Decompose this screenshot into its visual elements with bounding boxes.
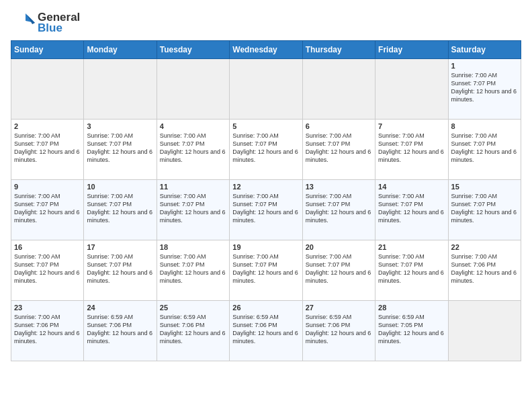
calendar-cell <box>11 59 84 120</box>
day-info: Sunrise: 6:59 AMSunset: 7:06 PMDaylight:… <box>87 313 153 346</box>
day-info: Sunrise: 7:00 AMSunset: 7:07 PMDaylight:… <box>160 253 226 285</box>
day-number: 10 <box>87 183 153 191</box>
calendar-cell: 15Sunrise: 7:00 AMSunset: 7:07 PMDayligh… <box>448 180 521 240</box>
weekday-header-tuesday: Tuesday <box>157 41 229 59</box>
logo: General Blue <box>11 11 80 35</box>
day-number: 1 <box>451 62 518 70</box>
day-info: Sunrise: 7:00 AMSunset: 7:07 PMDaylight:… <box>378 132 445 165</box>
weekday-header-monday: Monday <box>84 41 157 59</box>
calendar-cell: 2Sunrise: 7:00 AMSunset: 7:07 PMDaylight… <box>11 120 84 180</box>
calendar-table: SundayMondayTuesdayWednesdayThursdayFrid… <box>11 40 521 361</box>
day-info: Sunrise: 7:00 AMSunset: 7:07 PMDaylight:… <box>306 132 372 165</box>
day-info: Sunrise: 7:00 AMSunset: 7:07 PMDaylight:… <box>232 132 299 165</box>
day-number: 5 <box>232 122 299 130</box>
day-number: 16 <box>14 243 81 251</box>
calendar-cell: 8Sunrise: 7:00 AMSunset: 7:07 PMDaylight… <box>448 120 521 180</box>
day-number: 6 <box>306 122 372 130</box>
calendar-cell <box>230 59 302 120</box>
day-number: 15 <box>451 183 518 191</box>
calendar-cell: 12Sunrise: 7:00 AMSunset: 7:07 PMDayligh… <box>230 180 302 240</box>
day-number: 24 <box>87 304 153 312</box>
calendar-cell: 7Sunrise: 7:00 AMSunset: 7:07 PMDaylight… <box>375 120 448 180</box>
day-info: Sunrise: 6:59 AMSunset: 7:05 PMDaylight:… <box>378 313 445 346</box>
day-info: Sunrise: 6:59 AMSunset: 7:06 PMDaylight:… <box>306 313 372 346</box>
day-number: 14 <box>378 183 445 191</box>
day-info: Sunrise: 7:00 AMSunset: 7:07 PMDaylight:… <box>87 253 153 285</box>
day-info: Sunrise: 7:00 AMSunset: 7:07 PMDaylight:… <box>14 192 81 225</box>
day-number: 3 <box>87 122 153 130</box>
weekday-header-row: SundayMondayTuesdayWednesdayThursdayFrid… <box>11 41 521 59</box>
calendar-cell: 26Sunrise: 6:59 AMSunset: 7:06 PMDayligh… <box>230 301 302 361</box>
day-number: 25 <box>160 304 226 312</box>
day-number: 26 <box>232 304 299 312</box>
day-info: Sunrise: 7:00 AMSunset: 7:07 PMDaylight:… <box>451 192 518 225</box>
day-number: 9 <box>14 183 81 191</box>
calendar-cell: 1Sunrise: 7:00 AMSunset: 7:07 PMDaylight… <box>448 59 521 120</box>
calendar-week-2: 2Sunrise: 7:00 AMSunset: 7:07 PMDaylight… <box>11 120 521 180</box>
day-info: Sunrise: 6:59 AMSunset: 7:06 PMDaylight:… <box>160 313 226 346</box>
day-number: 18 <box>160 243 226 251</box>
day-number: 19 <box>232 243 299 251</box>
calendar-cell: 27Sunrise: 6:59 AMSunset: 7:06 PMDayligh… <box>302 301 375 361</box>
calendar-cell <box>375 59 448 120</box>
calendar-cell: 3Sunrise: 7:00 AMSunset: 7:07 PMDaylight… <box>84 120 157 180</box>
calendar-cell: 20Sunrise: 7:00 AMSunset: 7:07 PMDayligh… <box>302 240 375 301</box>
day-number: 27 <box>306 304 372 312</box>
day-info: Sunrise: 7:00 AMSunset: 7:07 PMDaylight:… <box>232 192 299 225</box>
day-number: 28 <box>378 304 445 312</box>
weekday-header-sunday: Sunday <box>11 41 84 59</box>
calendar-cell: 14Sunrise: 7:00 AMSunset: 7:07 PMDayligh… <box>375 180 448 240</box>
day-info: Sunrise: 7:00 AMSunset: 7:07 PMDaylight:… <box>306 253 372 285</box>
day-number: 21 <box>378 243 445 251</box>
calendar-cell: 21Sunrise: 7:00 AMSunset: 7:07 PMDayligh… <box>375 240 448 301</box>
calendar-cell: 17Sunrise: 7:00 AMSunset: 7:07 PMDayligh… <box>84 240 157 301</box>
day-number: 4 <box>160 122 226 130</box>
calendar-week-5: 23Sunrise: 7:00 AMSunset: 7:06 PMDayligh… <box>11 301 521 361</box>
day-info: Sunrise: 7:00 AMSunset: 7:07 PMDaylight:… <box>451 132 518 165</box>
day-info: Sunrise: 7:00 AMSunset: 7:06 PMDaylight:… <box>14 313 81 346</box>
weekday-header-thursday: Thursday <box>302 41 375 59</box>
day-info: Sunrise: 7:00 AMSunset: 7:07 PMDaylight:… <box>14 253 81 285</box>
weekday-header-saturday: Saturday <box>448 41 521 59</box>
calendar-cell: 11Sunrise: 7:00 AMSunset: 7:07 PMDayligh… <box>157 180 229 240</box>
day-info: Sunrise: 7:00 AMSunset: 7:06 PMDaylight:… <box>451 253 518 285</box>
calendar-cell: 18Sunrise: 7:00 AMSunset: 7:07 PMDayligh… <box>157 240 229 301</box>
day-info: Sunrise: 7:00 AMSunset: 7:07 PMDaylight:… <box>378 192 445 225</box>
page-header: General Blue <box>11 11 521 35</box>
logo-svg <box>11 11 35 35</box>
day-number: 7 <box>378 122 445 130</box>
day-number: 11 <box>160 183 226 191</box>
day-number: 17 <box>87 243 153 251</box>
calendar-cell: 28Sunrise: 6:59 AMSunset: 7:05 PMDayligh… <box>375 301 448 361</box>
day-number: 12 <box>232 183 299 191</box>
calendar-cell: 4Sunrise: 7:00 AMSunset: 7:07 PMDaylight… <box>157 120 229 180</box>
calendar-cell: 13Sunrise: 7:00 AMSunset: 7:07 PMDayligh… <box>302 180 375 240</box>
day-info: Sunrise: 7:00 AMSunset: 7:07 PMDaylight:… <box>378 253 445 285</box>
calendar-cell: 19Sunrise: 7:00 AMSunset: 7:07 PMDayligh… <box>230 240 302 301</box>
weekday-header-friday: Friday <box>375 41 448 59</box>
calendar-cell: 24Sunrise: 6:59 AMSunset: 7:06 PMDayligh… <box>84 301 157 361</box>
calendar-cell: 10Sunrise: 7:00 AMSunset: 7:07 PMDayligh… <box>84 180 157 240</box>
day-number: 8 <box>451 122 518 130</box>
weekday-header-wednesday: Wednesday <box>230 41 302 59</box>
calendar-cell: 25Sunrise: 6:59 AMSunset: 7:06 PMDayligh… <box>157 301 229 361</box>
calendar-cell <box>448 301 521 361</box>
calendar-week-4: 16Sunrise: 7:00 AMSunset: 7:07 PMDayligh… <box>11 240 521 301</box>
calendar-week-3: 9Sunrise: 7:00 AMSunset: 7:07 PMDaylight… <box>11 180 521 240</box>
calendar-week-1: 1Sunrise: 7:00 AMSunset: 7:07 PMDaylight… <box>11 59 521 120</box>
calendar-cell <box>302 59 375 120</box>
calendar-cell: 23Sunrise: 7:00 AMSunset: 7:06 PMDayligh… <box>11 301 84 361</box>
day-number: 23 <box>14 304 81 312</box>
day-info: Sunrise: 7:00 AMSunset: 7:07 PMDaylight:… <box>160 132 226 165</box>
calendar-cell: 6Sunrise: 7:00 AMSunset: 7:07 PMDaylight… <box>302 120 375 180</box>
day-info: Sunrise: 7:00 AMSunset: 7:07 PMDaylight:… <box>14 132 81 165</box>
day-info: Sunrise: 7:00 AMSunset: 7:07 PMDaylight:… <box>87 132 153 165</box>
calendar-cell <box>84 59 157 120</box>
day-info: Sunrise: 7:00 AMSunset: 7:07 PMDaylight:… <box>160 192 226 225</box>
calendar-cell: 5Sunrise: 7:00 AMSunset: 7:07 PMDaylight… <box>230 120 302 180</box>
day-info: Sunrise: 6:59 AMSunset: 7:06 PMDaylight:… <box>232 313 299 346</box>
day-number: 20 <box>306 243 372 251</box>
calendar-cell: 9Sunrise: 7:00 AMSunset: 7:07 PMDaylight… <box>11 180 84 240</box>
calendar-cell: 22Sunrise: 7:00 AMSunset: 7:06 PMDayligh… <box>448 240 521 301</box>
day-number: 22 <box>451 243 518 251</box>
